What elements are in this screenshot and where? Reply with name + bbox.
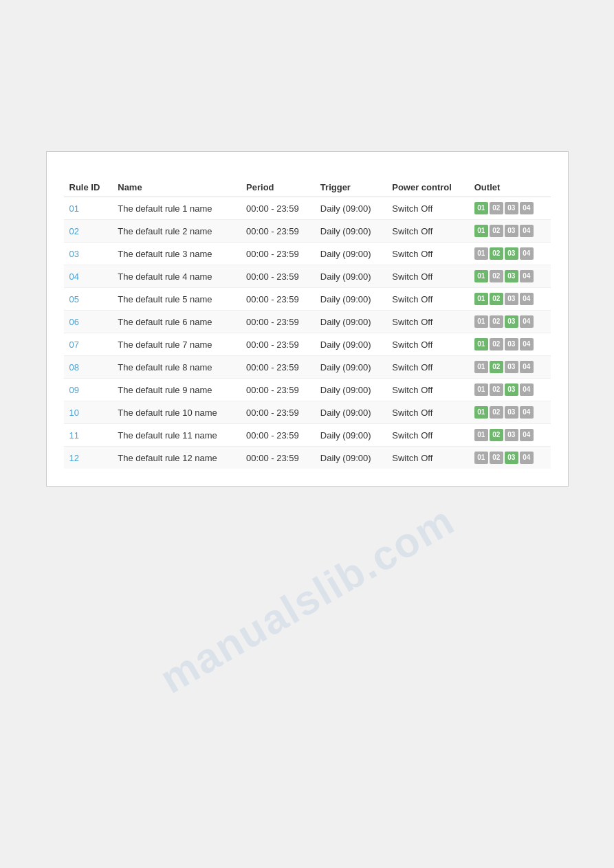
table-row[interactable]: 01The default rule 1 name00:00 - 23:59Da…	[64, 197, 551, 220]
rule-name: The default rule 12 name	[112, 447, 241, 469]
rule-trigger: Daily (09:00)	[315, 447, 386, 469]
rule-period: 00:00 - 23:59	[241, 447, 315, 469]
outlet-badge-03[interactable]: 03	[505, 293, 518, 305]
rule-name: The default rule 2 name	[112, 220, 241, 243]
outlet-badge-04[interactable]: 04	[520, 315, 534, 328]
outlet-badge-01[interactable]: 01	[474, 383, 488, 396]
rule-power-control: Switch Off	[386, 447, 469, 469]
table-row[interactable]: 04The default rule 4 name00:00 - 23:59Da…	[64, 265, 551, 288]
table-row[interactable]: 12The default rule 12 name00:00 - 23:59D…	[64, 447, 551, 469]
outlet-badge-02[interactable]: 02	[490, 202, 503, 214]
outlet-badge-02[interactable]: 02	[490, 429, 503, 441]
col-name: Name	[112, 178, 241, 197]
outlet-badge-02[interactable]: 02	[490, 270, 503, 282]
table-row[interactable]: 03The default rule 3 name00:00 - 23:59Da…	[64, 243, 551, 265]
rule-name: The default rule 9 name	[112, 379, 241, 401]
outlet-badge-03[interactable]: 03	[505, 338, 518, 350]
outlet-badge-01[interactable]: 01	[474, 225, 488, 237]
table-row[interactable]: 09The default rule 9 name00:00 - 23:59Da…	[64, 379, 551, 401]
outlet-badge-01[interactable]: 01	[474, 315, 488, 328]
rule-id: 05	[64, 288, 113, 311]
rule-outlets: 01020304	[469, 220, 551, 243]
outlet-badge-04[interactable]: 04	[520, 429, 534, 441]
outlet-badge-02[interactable]: 02	[490, 406, 503, 419]
outlet-badge-01[interactable]: 01	[474, 202, 488, 214]
table-row[interactable]: 07The default rule 7 name00:00 - 23:59Da…	[64, 333, 551, 356]
outlet-badge-03[interactable]: 03	[505, 315, 518, 328]
rules-table: Rule ID Name Period Trigger Power contro…	[64, 178, 551, 469]
table-row[interactable]: 05The default rule 5 name00:00 - 23:59Da…	[64, 288, 551, 311]
rule-period: 00:00 - 23:59	[241, 197, 315, 220]
col-power-control: Power control	[386, 178, 469, 197]
outlet-badge-02[interactable]: 02	[490, 293, 503, 305]
outlet-badge-04[interactable]: 04	[520, 383, 534, 396]
outlet-badge-04[interactable]: 04	[520, 225, 534, 237]
outlet-badge-03[interactable]: 03	[505, 429, 518, 441]
rule-outlets: 01020304	[469, 288, 551, 311]
rule-trigger: Daily (09:00)	[315, 197, 386, 220]
outlet-badge-03[interactable]: 03	[505, 406, 518, 419]
outlet-badge-02[interactable]: 02	[490, 383, 503, 396]
outlet-badge-04[interactable]: 04	[520, 338, 534, 350]
outlet-badge-03[interactable]: 03	[505, 247, 518, 260]
outlet-badge-02[interactable]: 02	[490, 452, 503, 464]
rule-outlets: 01020304	[469, 401, 551, 424]
rule-period: 00:00 - 23:59	[241, 401, 315, 424]
table-row[interactable]: 08The default rule 8 name00:00 - 23:59Da…	[64, 356, 551, 379]
outlet-badge-01[interactable]: 01	[474, 429, 488, 441]
outlet-badge-02[interactable]: 02	[490, 338, 503, 350]
outlet-badge-03[interactable]: 03	[505, 225, 518, 237]
rule-period: 00:00 - 23:59	[241, 265, 315, 288]
outlet-badge-04[interactable]: 04	[520, 361, 534, 373]
rule-power-control: Switch Off	[386, 220, 469, 243]
outlet-badge-02[interactable]: 02	[490, 315, 503, 328]
table-row[interactable]: 06The default rule 6 name00:00 - 23:59Da…	[64, 311, 551, 333]
outlet-badge-01[interactable]: 01	[474, 293, 488, 305]
outlet-badge-04[interactable]: 04	[520, 452, 534, 464]
outlet-badge-01[interactable]: 01	[474, 361, 488, 373]
rule-name: The default rule 4 name	[112, 265, 241, 288]
outlet-badge-04[interactable]: 04	[520, 406, 534, 419]
rule-trigger: Daily (09:00)	[315, 401, 386, 424]
outlet-badge-03[interactable]: 03	[505, 202, 518, 214]
outlet-badge-01[interactable]: 01	[474, 338, 488, 350]
rule-name: The default rule 5 name	[112, 288, 241, 311]
rule-power-control: Switch Off	[386, 424, 469, 447]
rule-outlets: 01020304	[469, 333, 551, 356]
rule-power-control: Switch Off	[386, 311, 469, 333]
rule-period: 00:00 - 23:59	[241, 379, 315, 401]
watermark: manualslib.com	[152, 496, 462, 702]
table-row[interactable]: 10The default rule 10 name00:00 - 23:59D…	[64, 401, 551, 424]
outlet-badge-02[interactable]: 02	[490, 225, 503, 237]
col-outlet: Outlet	[469, 178, 551, 197]
outlet-badge-01[interactable]: 01	[474, 406, 488, 419]
rule-name: The default rule 11 name	[112, 424, 241, 447]
outlet-badge-04[interactable]: 04	[520, 247, 534, 260]
outlet-badge-04[interactable]: 04	[520, 293, 534, 305]
rule-trigger: Daily (09:00)	[315, 265, 386, 288]
rule-id: 12	[64, 447, 113, 469]
rule-power-control: Switch Off	[386, 356, 469, 379]
rule-power-control: Switch Off	[386, 379, 469, 401]
header-row: Rule ID Name Period Trigger Power contro…	[64, 178, 551, 197]
rule-id: 07	[64, 333, 113, 356]
outlet-badge-04[interactable]: 04	[520, 202, 534, 214]
rule-outlets: 01020304	[469, 197, 551, 220]
outlet-badge-03[interactable]: 03	[505, 452, 518, 464]
rule-period: 00:00 - 23:59	[241, 424, 315, 447]
outlet-badge-03[interactable]: 03	[505, 361, 518, 373]
outlet-badge-04[interactable]: 04	[520, 270, 534, 282]
rule-trigger: Daily (09:00)	[315, 356, 386, 379]
table-header: Rule ID Name Period Trigger Power contro…	[64, 178, 551, 197]
outlet-badge-03[interactable]: 03	[505, 383, 518, 396]
outlet-badge-01[interactable]: 01	[474, 270, 488, 282]
outlet-badge-01[interactable]: 01	[474, 452, 488, 464]
outlet-badge-03[interactable]: 03	[505, 270, 518, 282]
table-row[interactable]: 02The default rule 2 name00:00 - 23:59Da…	[64, 220, 551, 243]
rule-name: The default rule 6 name	[112, 311, 241, 333]
outlet-badge-02[interactable]: 02	[490, 247, 503, 260]
outlet-badge-01[interactable]: 01	[474, 247, 488, 260]
table-row[interactable]: 11The default rule 11 name00:00 - 23:59D…	[64, 424, 551, 447]
outlet-badge-02[interactable]: 02	[490, 361, 503, 373]
rule-trigger: Daily (09:00)	[315, 333, 386, 356]
